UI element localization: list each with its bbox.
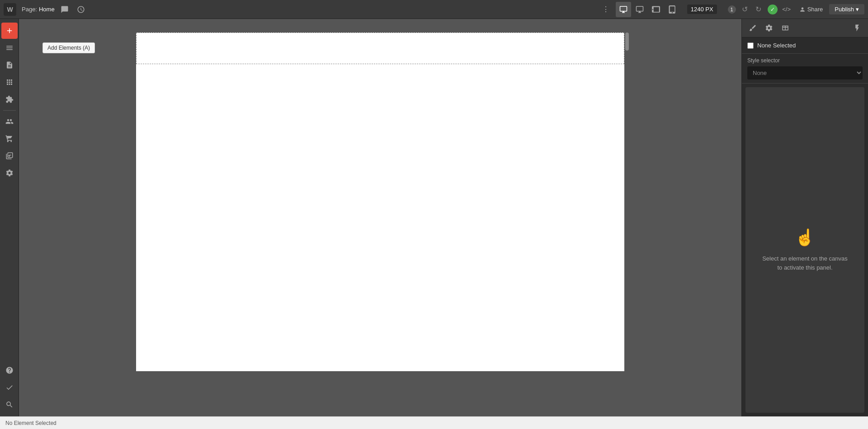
panel-tabs xyxy=(742,19,868,37)
bottom-bar: No Element Selected xyxy=(0,416,868,429)
page-prefix: Page: xyxy=(22,6,37,13)
undo-redo-group: ↺ ↻ xyxy=(739,3,765,16)
panel-empty-text: Select an element on the canvas to activ… xyxy=(762,254,848,272)
app-logo: W xyxy=(4,3,16,16)
sidebar-item-search[interactable] xyxy=(1,396,18,413)
sidebar-item-add[interactable] xyxy=(1,23,18,39)
page-label: Page: Home xyxy=(22,6,55,13)
sidebar-item-tasks[interactable] xyxy=(1,379,18,396)
panel-empty-icon: ☝ xyxy=(795,228,815,247)
device-tablet[interactable] xyxy=(665,2,680,17)
canvas-section-header[interactable] xyxy=(136,33,624,64)
sidebar-item-settings[interactable] xyxy=(1,165,18,181)
version-badge: 1 xyxy=(728,5,736,14)
canvas-wrapper[interactable] xyxy=(19,19,741,416)
device-desktop[interactable] xyxy=(632,2,647,17)
device-selector xyxy=(616,2,680,17)
top-bar: W Page: Home ⋮ 1240 PX 1 ↺ ↻ ✓ < xyxy=(0,0,868,19)
undo-button[interactable]: ↺ xyxy=(739,3,751,16)
sidebar-item-templates[interactable] xyxy=(1,148,18,164)
canvas-resize-handle[interactable] xyxy=(625,33,629,51)
left-sidebar xyxy=(0,19,19,416)
style-selector-dropdown[interactable]: None xyxy=(747,66,863,79)
right-panel: None Selected Style selector None ☝ Sele… xyxy=(741,19,868,416)
page-name[interactable]: Home xyxy=(39,6,55,13)
style-selector-section: Style selector None xyxy=(742,54,868,84)
device-large-desktop[interactable] xyxy=(616,2,631,17)
canvas-content xyxy=(136,33,624,371)
redo-button[interactable]: ↻ xyxy=(752,3,765,16)
style-selector-label: Style selector xyxy=(747,57,863,64)
panel-tab-paint[interactable] xyxy=(745,21,760,35)
sidebar-item-help[interactable] xyxy=(1,362,18,378)
panel-empty-state: ☝ Select an element on the canvas to act… xyxy=(745,87,864,413)
more-options-button[interactable]: ⋮ xyxy=(599,5,612,14)
none-selected-row: None Selected xyxy=(742,37,868,54)
none-selected-checkbox[interactable] xyxy=(747,42,754,49)
device-tablet-landscape[interactable] xyxy=(648,2,664,17)
sidebar-item-pages[interactable] xyxy=(1,57,18,73)
canvas-main[interactable] xyxy=(136,64,624,371)
sidebar-item-apps[interactable] xyxy=(1,91,18,107)
sidebar-divider-1 xyxy=(3,110,16,111)
top-bar-right: 1 ↺ ↻ ✓ </> Share Publish ▾ xyxy=(728,3,864,16)
chat-button[interactable] xyxy=(58,3,71,16)
panel-tab-interactions[interactable] xyxy=(850,21,864,35)
sidebar-item-cms[interactable] xyxy=(1,74,18,90)
canvas-area[interactable]: Add Elements (A) xyxy=(19,19,741,416)
none-selected-label: None Selected xyxy=(757,42,796,49)
history-button[interactable] xyxy=(75,3,87,16)
publish-button[interactable]: Publish ▾ xyxy=(829,4,864,14)
sidebar-item-store[interactable] xyxy=(1,131,18,147)
panel-tab-settings[interactable] xyxy=(762,21,776,35)
panel-tab-layout[interactable] xyxy=(778,21,793,35)
main-layout: Add Elements (A) xyxy=(0,19,868,416)
share-button[interactable]: Share xyxy=(796,4,827,14)
code-button[interactable]: </> xyxy=(780,3,793,16)
status-check: ✓ xyxy=(768,5,778,14)
status-text: No Element Selected xyxy=(5,420,57,426)
sidebar-item-layers[interactable] xyxy=(1,40,18,56)
sidebar-item-members[interactable] xyxy=(1,113,18,130)
resolution-display: 1240 PX xyxy=(687,5,717,14)
